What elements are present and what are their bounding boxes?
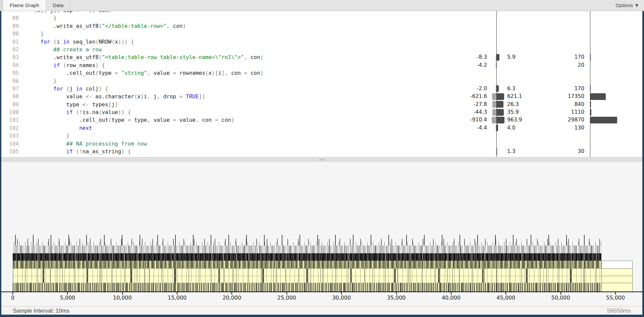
x-axis-tick: [122, 292, 123, 295]
line-number: 104: [0, 140, 19, 148]
flame-row-mixed[interactable]: [13, 283, 601, 292]
flame-row-yellow-1[interactable]: [13, 268, 601, 276]
source-code: .cell_out(type = type, value = value, co…: [28, 116, 234, 124]
memory-alloc-value: 1.3: [507, 148, 547, 155]
time-bar: [590, 109, 591, 116]
source-code: if (!na_as_string) {: [28, 148, 131, 155]
code-line-95: 95 .cell_out(type = "string", value = ro…: [0, 69, 644, 77]
memory-dealloc-value: -910.4: [447, 116, 487, 124]
code-line-97: 97 for (j in colj) {-2.06.3170: [0, 85, 644, 93]
line-number: 89: [0, 22, 19, 30]
time-value: 130: [544, 124, 584, 132]
x-axis-label: 35,000: [382, 295, 411, 301]
memory-dealloc-value: -27.8: [447, 101, 487, 108]
x-axis-tick: [341, 292, 342, 295]
memory-dealloc-value: -4.2: [447, 61, 487, 69]
x-axis-tick: [560, 292, 561, 295]
memory-dealloc-value: -8.3: [447, 53, 487, 61]
source-code: ## create a row: [28, 46, 102, 53]
source-code: .write_as_utf8("<table:table-row table:s…: [28, 53, 263, 61]
time-bar: [590, 93, 606, 100]
memory-dealloc-value: -4.4: [447, 124, 487, 132]
memory-alloc-value: 35.9: [507, 108, 547, 116]
time-value: 1110: [544, 108, 584, 116]
flame-tail-frame-yellow-2[interactable]: [601, 276, 633, 283]
source-code: }: [28, 132, 69, 140]
source-code: if (row_names) {: [28, 61, 105, 69]
x-axis-label: 0: [0, 295, 27, 301]
memory-alloc-bar: [497, 109, 504, 116]
time-value: 840: [544, 101, 584, 108]
x-axis-label: 25,000: [273, 295, 301, 301]
memory-alloc-value: 4.0: [507, 124, 547, 132]
x-axis-label: 10,000: [108, 295, 137, 301]
code-line-88: 88 }: [0, 14, 644, 22]
memory-dealloc-value: -44.3: [447, 108, 487, 116]
line-number: 98: [0, 93, 19, 100]
memory-alloc-bar: [497, 93, 504, 100]
source-code: for (j in colj) {: [28, 85, 108, 93]
memory-alloc-bar: [497, 101, 503, 108]
memory-dealloc-value: -621.6: [447, 93, 487, 100]
panel-splitter[interactable]: [0, 157, 644, 162]
line-number: 96: [0, 77, 19, 85]
time-bar: [590, 117, 617, 123]
code-rows: (x[, j], sep = ""), con)88 }89 .write_as…: [0, 11, 644, 155]
flame-row-yellow-2[interactable]: [13, 276, 601, 283]
source-code: next: [28, 124, 92, 132]
code-line-93: 93 .write_as_utf8("<table:table-row tabl…: [0, 53, 644, 61]
time-value: 17350: [544, 93, 584, 100]
flame-row-spikes[interactable]: [13, 235, 601, 246]
x-axis-label: 50,000: [547, 295, 575, 301]
flame-tail-frame-white[interactable]: [601, 261, 633, 269]
memory-alloc-bar: [497, 54, 499, 61]
flame-graph-panel[interactable]: 05,00010,00015,00020,00025,00030,00035,0…: [0, 162, 644, 306]
memory-alloc-bar: [497, 85, 499, 92]
splitter-grip-icon: [319, 158, 325, 161]
profvis-window: { "tabbar": { "tabs": [ {"label": "Flame…: [0, 0, 644, 317]
x-axis-tick: [615, 292, 616, 295]
flame-tail-frame-yellow-1[interactable]: [601, 268, 633, 276]
source-code: .cell_out(type = "string", value = rowna…: [28, 69, 263, 77]
line-number: 97: [0, 85, 19, 93]
memory-dealloc-bar: [492, 117, 496, 123]
source-code: type <- types[j]: [28, 101, 118, 108]
tab-flame-graph[interactable]: Flame Graph: [3, 0, 46, 11]
line-number: 103: [0, 132, 19, 140]
line-number: 95: [0, 69, 19, 77]
flame-row-gray[interactable]: [13, 246, 601, 253]
flame-row-olive[interactable]: [13, 261, 601, 268]
options-menu-button[interactable]: Options ▼: [611, 0, 644, 11]
flame-tail-frame-yellow-3[interactable]: [601, 283, 633, 292]
memory-alloc-bar: [497, 117, 504, 123]
source-code: }: [28, 30, 44, 38]
source-code: ## NA processing from now: [28, 140, 147, 148]
source-code: if (!is.na(value)) {: [28, 108, 131, 116]
source-code: for (i in seq_len(NROW(x))) {: [28, 38, 134, 46]
total-time-label: 56550ms: [607, 308, 631, 314]
source-code: }: [28, 77, 57, 85]
memory-dealloc-value: -2.0: [447, 85, 487, 93]
x-axis-tick: [505, 292, 506, 295]
tab-data[interactable]: Data: [46, 0, 71, 11]
x-axis-tick: [177, 292, 177, 295]
code-line-92: 92 ## create a row: [0, 46, 644, 53]
flame-row-dark[interactable]: [13, 253, 601, 261]
memory-alloc-value: 5.9: [507, 53, 547, 61]
x-axis-tick: [451, 292, 451, 295]
line-number: 91: [0, 38, 19, 46]
window-border-bottom: [0, 315, 644, 317]
x-axis-label: 20,000: [218, 295, 246, 301]
x-axis-label: 55,000: [601, 295, 630, 301]
code-line-90: 90 }: [0, 30, 644, 38]
memory-dealloc-bar: [496, 124, 496, 131]
code-line-94: 94 if (row_names) {-4.220: [0, 61, 644, 69]
source-code: (x[, j], sep = ""), con): [28, 11, 112, 14]
source-code: .write_as_utf8("</table:table-row>", con…: [28, 22, 186, 30]
memory-dealloc-bar: [496, 85, 496, 92]
line-number: 93: [0, 53, 19, 61]
code-panel[interactable]: (x[, j], sep = ""), con)88 }89 .write_as…: [0, 11, 644, 157]
x-axis-tick: [396, 292, 397, 295]
memory-alloc-bar: [497, 124, 498, 131]
code-line-91: 91 for (i in seq_len(NROW(x))) {: [0, 38, 644, 46]
